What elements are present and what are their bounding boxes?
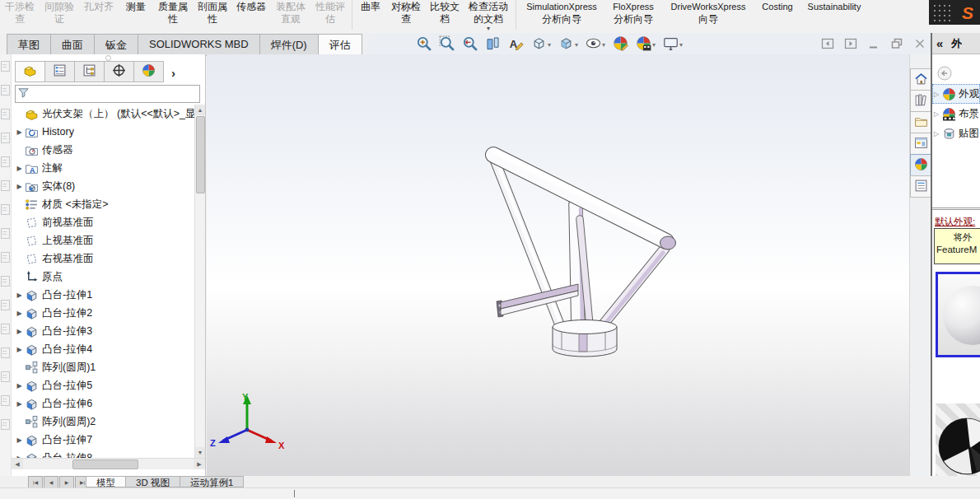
appearance-tree-item[interactable]: ▷布景 xyxy=(932,104,980,124)
tree-item[interactable]: ▶凸台-拉伸5 xyxy=(12,376,205,394)
tree-item[interactable]: 前视基准面 xyxy=(12,213,205,231)
minimize-button[interactable] xyxy=(867,37,880,53)
tree-item[interactable]: 光伏支架（上） (默认<<默认>_显示 xyxy=(12,105,205,123)
tree-item[interactable]: ▶凸台-拉伸3 xyxy=(12,322,205,340)
dropdown-caret-icon[interactable]: ▾ xyxy=(679,41,683,49)
headsup-monitor-button[interactable]: ▾ xyxy=(663,35,683,54)
ribbon-item[interactable]: 间隙验证 xyxy=(40,0,79,26)
manager-tab-colorball[interactable] xyxy=(133,61,164,82)
ribbon-item[interactable]: 剖面属性 xyxy=(193,0,232,26)
expand-arrow-icon[interactable]: ▶ xyxy=(14,436,25,444)
manager-tab-part[interactable] xyxy=(15,61,45,82)
tree-horizontal-scrollbar[interactable]: ◀ ▶ xyxy=(12,458,205,469)
restore-button[interactable] xyxy=(890,37,903,53)
tree-item[interactable]: ▶凸台-拉伸1 xyxy=(12,286,205,304)
tree-item[interactable]: 阵列(圆周)2 xyxy=(12,413,205,431)
filter-input[interactable] xyxy=(30,86,199,101)
tree-item[interactable]: ▶凸台-拉伸4 xyxy=(12,340,205,358)
tree-item[interactable]: ▶凸台-拉伸6 xyxy=(12,394,205,413)
ribbon-item[interactable]: 对称检查 xyxy=(386,0,426,26)
headsup-zoomfit-button[interactable] xyxy=(416,35,432,54)
ribbon-item[interactable]: 孔对齐 xyxy=(79,0,119,13)
dropdown-caret-icon[interactable]: ▾ xyxy=(602,41,605,49)
doc-nav-icon[interactable]: |◀ xyxy=(28,476,43,488)
headsup-annotview-button[interactable]: A xyxy=(508,35,524,54)
tree-item[interactable]: 阵列(圆周)1 xyxy=(12,358,205,376)
scroll-thumb[interactable] xyxy=(196,116,205,194)
scroll-up-icon[interactable]: ▲ xyxy=(195,105,205,115)
headsup-zoomarea-button[interactable] xyxy=(439,35,455,54)
ribbon-item[interactable]: 测量 xyxy=(119,0,153,13)
headsup-vieworient-button[interactable]: ▾ xyxy=(531,35,551,54)
tree-item[interactable]: 材质 <未指定> xyxy=(12,195,205,213)
back-button[interactable] xyxy=(937,66,952,81)
headsup-prevview-button[interactable] xyxy=(462,35,478,54)
dropdown-caret-icon[interactable]: ▾ xyxy=(652,41,656,49)
close-button[interactable] xyxy=(913,37,926,53)
task-rail-home-button[interactable] xyxy=(910,68,932,91)
command-tab[interactable]: 草图 xyxy=(7,34,51,56)
tree-item[interactable]: ▶History xyxy=(12,123,205,141)
headsup-scene-button[interactable]: ▾ xyxy=(636,35,656,54)
expand-arrow-icon[interactable]: ▶ xyxy=(14,291,25,299)
ribbon-item[interactable]: FloXpress分析向导 xyxy=(604,0,662,26)
dropdown-caret-icon[interactable]: ▾ xyxy=(548,41,551,49)
panel-grip[interactable] xyxy=(12,54,205,61)
headsup-dispstyle-button[interactable]: ▾ xyxy=(558,35,578,54)
appearance-preview-item[interactable] xyxy=(936,403,980,476)
ribbon-item[interactable]: 曲率 xyxy=(355,0,386,13)
expand-arrow-icon[interactable]: ▶ xyxy=(14,183,25,190)
command-tab[interactable]: 钣金 xyxy=(95,34,138,56)
expand-arrow-icon[interactable]: ▶ xyxy=(14,310,25,317)
expand-pane-icon[interactable]: › xyxy=(171,64,175,82)
expand-arrow-icon[interactable]: ▶ xyxy=(14,346,25,353)
expand-arrow-icon[interactable]: ▶ xyxy=(14,328,25,335)
tree-item[interactable]: ▶凸台-拉伸8 xyxy=(12,449,205,458)
expand-arrow-icon[interactable]: ▷ xyxy=(934,91,942,98)
ribbon-item[interactable]: DriveWorksXpress向导 xyxy=(662,0,754,26)
task-rail-folderx-button[interactable] xyxy=(910,111,932,133)
document-tab[interactable]: 3D 视图 xyxy=(126,476,180,487)
ribbon-item[interactable]: 检查活动的文档▾ xyxy=(464,0,513,32)
command-tab[interactable]: 焊件(D) xyxy=(260,34,319,56)
tree-item[interactable]: ▶A注解 xyxy=(12,159,205,177)
headsup-section-button[interactable] xyxy=(485,35,501,54)
graphics-viewport[interactable]: Y Z X xyxy=(207,54,909,476)
scroll-left-icon[interactable]: ◀ xyxy=(12,459,23,469)
dropdown-caret-icon[interactable]: ▾ xyxy=(487,26,490,32)
tree-item[interactable]: 传感器 xyxy=(12,141,205,159)
appearance-tree-item[interactable]: ▷贴图 xyxy=(932,124,980,143)
scroll-down-icon[interactable]: ▼ xyxy=(195,447,205,458)
ribbon-item[interactable]: 装配体直观 xyxy=(270,0,311,26)
doc-nav-icon[interactable]: ▶ xyxy=(59,476,74,488)
expand-arrow-icon[interactable]: ▶ xyxy=(14,165,25,172)
expand-arrow-icon[interactable]: ▶ xyxy=(14,455,25,459)
tree-item[interactable]: 上视基准面 xyxy=(12,231,205,250)
expand-arrow-icon[interactable]: ▶ xyxy=(14,400,25,408)
tree-item[interactable]: 右视基准面 xyxy=(12,250,205,268)
dropdown-caret-icon[interactable]: ▾ xyxy=(575,41,578,49)
task-rail-colorball-button[interactable] xyxy=(910,154,932,176)
document-tab[interactable]: 运动算例1 xyxy=(180,476,244,487)
tree-item[interactable]: ▶实体(8) xyxy=(12,177,205,195)
ribbon-item[interactable]: 传感器 xyxy=(232,0,270,13)
paneright-button[interactable] xyxy=(844,37,857,53)
model-3d[interactable] xyxy=(207,54,909,476)
tree-item[interactable]: ▶凸台-拉伸7 xyxy=(12,431,205,449)
doc-nav-icon[interactable]: ◀ xyxy=(44,476,58,488)
ribbon-item[interactable]: 干涉检查 xyxy=(0,0,40,26)
task-rail-palette-button[interactable] xyxy=(910,133,932,155)
manager-tab-propmgr[interactable] xyxy=(44,61,75,82)
ribbon-item[interactable]: SimulationXpress分析向导 xyxy=(519,0,604,26)
appearance-tree-item[interactable]: ▷外观 xyxy=(932,84,980,104)
ribbon-item[interactable]: Sustainability xyxy=(800,0,868,13)
headsup-editappear-button[interactable] xyxy=(613,35,628,54)
ribbon-item[interactable]: 质量属性 xyxy=(153,0,193,26)
task-rail-books-button[interactable] xyxy=(910,90,932,112)
scroll-right-icon[interactable]: ▶ xyxy=(194,459,205,469)
appearance-preview-selected[interactable] xyxy=(936,272,980,357)
manager-tab-config[interactable] xyxy=(74,61,105,82)
expand-arrow-icon[interactable]: ▷ xyxy=(934,130,942,138)
manager-tab-dimxpert[interactable] xyxy=(104,61,134,82)
headsup-eye-button[interactable]: ▾ xyxy=(586,35,605,54)
